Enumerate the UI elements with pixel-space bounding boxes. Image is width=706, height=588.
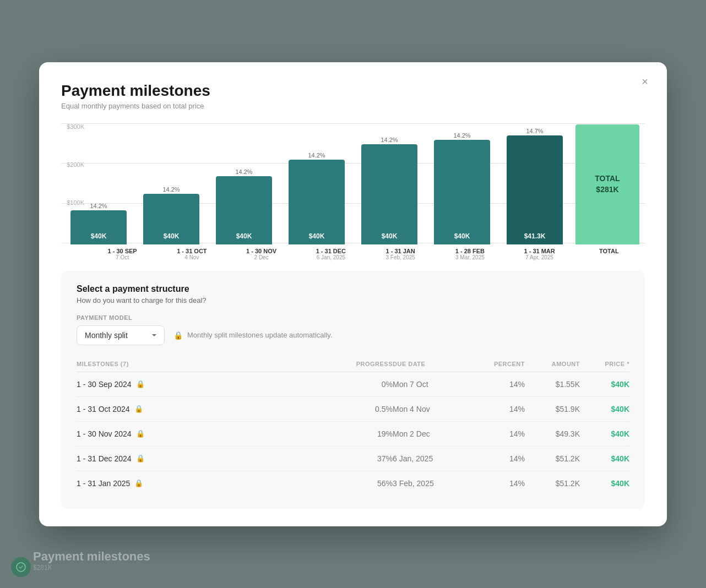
bar-jan: $40K: [361, 144, 417, 244]
bar-nov: $40K: [216, 176, 272, 244]
bar-percent-mar: 14.7%: [526, 128, 543, 134]
milestone-lock-icon: 🔒: [136, 429, 145, 438]
bar-percent-dec: 14.2%: [308, 152, 325, 159]
bar-percent-feb: 14.2%: [453, 132, 470, 139]
milestone-percent-3: 14%: [470, 454, 525, 463]
header-due-date: DUE DATE: [393, 361, 470, 367]
chart-container: $300K $200K $100K $0: [61, 123, 645, 266]
bar-label-sep: $40K: [91, 232, 107, 240]
header-percent: PERCENT: [470, 361, 525, 367]
milestone-amount-3: $51.2K: [525, 454, 580, 463]
bar-col-total: TOTAL$281K: [572, 123, 643, 244]
bar-total: TOTAL$281K: [575, 124, 639, 244]
payment-structure-title: Select a payment structure: [77, 284, 629, 294]
milestone-row: 1 - 30 Nov 2024 🔒 19% Mon 2 Dec 14% $49.…: [77, 422, 629, 447]
background-hint: Payment milestones $281K: [33, 549, 150, 571]
milestone-row: 1 - 31 Oct 2024 🔒 0.5% Mon 4 Nov 14% $51…: [77, 397, 629, 422]
xlabel-sep: 1 - 30 SEP 7 Oct: [89, 248, 156, 260]
milestone-price-0: $40K: [580, 380, 629, 389]
xlabel-dec: 1 - 31 DEC 6 Jan, 2025: [297, 248, 365, 260]
bar-percent-sep: 14.2%: [90, 203, 107, 209]
payment-structure-subtitle: How do you want to charge for this deal?: [77, 296, 629, 304]
bar-percent-jan: 14.2%: [381, 137, 398, 143]
bar-col-oct: 14.2% $40K: [136, 123, 207, 244]
bar-col-sep: 14.2% $40K: [63, 123, 134, 244]
milestone-percent-1: 14%: [470, 405, 525, 413]
payment-model-select[interactable]: Monthly split Custom Fixed: [77, 325, 165, 345]
bar-label-mar: $41.3K: [524, 232, 546, 240]
bar-label-jan: $40K: [382, 232, 398, 240]
payment-structure-section: Select a payment structure How do you wa…: [61, 271, 645, 509]
milestone-percent-0: 14%: [470, 380, 525, 389]
milestone-due-date-0: Mon 7 Oct: [393, 380, 470, 389]
xlabel-nov: 1 - 30 NOV 2 Dec: [228, 248, 295, 260]
milestone-row: 1 - 30 Sep 2024 🔒 0% Mon 7 Oct 14% $1.55…: [77, 372, 629, 397]
bar-label-nov: $40K: [236, 232, 252, 240]
milestone-due-date-1: Mon 4 Nov: [393, 405, 470, 413]
milestone-progress-1: 0.5%: [327, 405, 393, 413]
milestone-due-date-4: 3 Feb, 2025: [393, 479, 470, 488]
milestone-amount-4: $51.2K: [525, 479, 580, 488]
milestone-price-1: $40K: [580, 405, 629, 413]
modal-title: Payment milestones: [61, 82, 645, 100]
xlabel-mar: 1 - 31 MAR 7 Apr, 2025: [506, 248, 573, 260]
payment-model-row: Monthly split Custom Fixed 🔒 Monthly spl…: [77, 325, 629, 345]
modal-subtitle: Equal monthly payments based on total pr…: [61, 102, 645, 110]
milestone-amount-0: $1.55K: [525, 380, 580, 389]
milestone-lock-icon: 🔒: [136, 454, 145, 462]
milestone-price-3: $40K: [580, 454, 629, 463]
xlabel-oct: 1 - 31 OCT 4 Nov: [158, 248, 225, 260]
xlabel-jan: 1 - 31 JAN 3 Feb, 2025: [367, 248, 434, 260]
bar-total-label: TOTAL$281K: [595, 173, 620, 195]
bar-mar: $41.3K: [507, 135, 563, 244]
milestone-progress-2: 19%: [327, 429, 393, 438]
bar-label-feb: $40K: [454, 232, 470, 240]
payment-model-label: PAYMENT MODEL: [77, 314, 629, 321]
milestone-progress-3: 37%: [327, 454, 393, 463]
header-amount: AMOUNT: [525, 361, 580, 367]
bar-dec: $40K: [289, 160, 345, 244]
milestone-price-2: $40K: [580, 429, 629, 438]
milestone-lock-icon: 🔒: [136, 380, 145, 388]
payment-milestones-modal: × Payment milestones Equal monthly payme…: [39, 62, 667, 526]
bar-col-dec: 14.2% $40K: [281, 123, 352, 244]
milestone-lock-icon: 🔒: [134, 479, 143, 487]
header-price: PRICE *: [580, 361, 629, 367]
milestone-row: 1 - 31 Dec 2024 🔒 37% 6 Jan, 2025 14% $5…: [77, 447, 629, 471]
bar-percent-oct: 14.2%: [162, 186, 180, 193]
header-progress: PROGRESS: [327, 361, 393, 367]
header-milestones: MILESTONES (7): [77, 361, 327, 367]
milestone-amount-2: $49.3K: [525, 429, 580, 438]
lock-note: 🔒 Monthly split milestones update automa…: [173, 331, 333, 340]
milestone-name-4: 1 - 31 Jan 2025 🔒: [77, 479, 327, 488]
milestone-due-date-2: Mon 2 Dec: [393, 429, 470, 438]
milestone-due-date-3: 6 Jan, 2025: [393, 454, 470, 463]
background-circle-icon: [11, 557, 31, 577]
milestones-list: 1 - 30 Sep 2024 🔒 0% Mon 7 Oct 14% $1.55…: [77, 372, 629, 496]
bar-label-dec: $40K: [309, 232, 325, 240]
milestone-percent-2: 14%: [470, 429, 525, 438]
bar-sep: $40K: [70, 210, 127, 244]
milestone-row: 1 - 31 Jan 2025 🔒 56% 3 Feb, 2025 14% $5…: [77, 471, 629, 496]
milestone-name-1: 1 - 31 Oct 2024 🔒: [77, 405, 327, 413]
lock-icon: 🔒: [173, 331, 183, 340]
bar-col-jan: 14.2% $40K: [354, 123, 425, 244]
xlabel-feb: 1 - 28 FEB 3 Mar, 2025: [436, 248, 503, 260]
milestone-progress-0: 0%: [327, 380, 393, 389]
bar-col-mar: 14.7% $41.3K: [499, 123, 570, 244]
bar-col-feb: 14.2% $40K: [427, 123, 497, 244]
milestone-progress-4: 56%: [327, 479, 393, 488]
bar-col-nov: 14.2% $40K: [209, 123, 279, 244]
bar-feb: $40K: [434, 140, 490, 244]
milestone-name-0: 1 - 30 Sep 2024 🔒: [77, 380, 327, 389]
milestone-lock-icon: 🔒: [134, 405, 143, 413]
milestone-percent-4: 14%: [470, 479, 525, 488]
xlabel-total: TOTAL: [575, 248, 643, 260]
bar-percent-nov: 14.2%: [235, 168, 252, 175]
milestone-name-3: 1 - 31 Dec 2024 🔒: [77, 454, 327, 463]
close-button[interactable]: ×: [636, 73, 654, 91]
milestone-name-2: 1 - 30 Nov 2024 🔒: [77, 429, 327, 438]
milestones-table-header: MILESTONES (7) PROGRESS DUE DATE PERCENT…: [77, 356, 629, 372]
bar-label-oct: $40K: [164, 232, 180, 240]
bar-oct: $40K: [143, 194, 199, 244]
